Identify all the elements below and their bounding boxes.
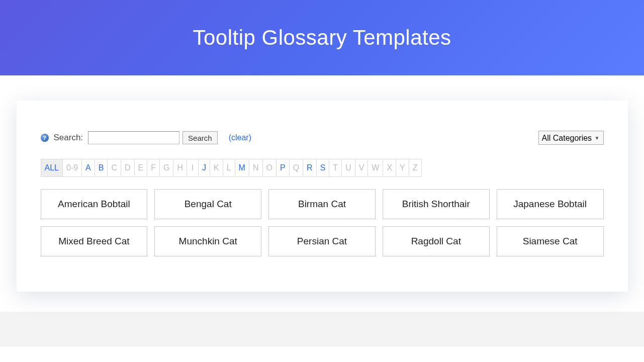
term-tile[interactable]: American Bobtail xyxy=(41,189,148,219)
term-tile[interactable]: Siamese Cat xyxy=(497,226,604,256)
term-tile[interactable]: Bengal Cat xyxy=(154,189,261,219)
alpha-filter-b[interactable]: B xyxy=(95,159,108,177)
alpha-filter-n: N xyxy=(249,159,263,177)
term-tile[interactable]: Ragdoll Cat xyxy=(383,226,490,256)
alpha-filter-r[interactable]: R xyxy=(303,159,317,177)
alpha-filter-0-9: 0-9 xyxy=(62,159,82,177)
alpha-filter-c: C xyxy=(107,159,121,177)
category-select[interactable]: All Categories xyxy=(538,131,604,145)
alpha-filter-f: F xyxy=(147,159,160,177)
alpha-filter-p[interactable]: P xyxy=(276,159,290,177)
alpha-filter-i: I xyxy=(187,159,199,177)
hero-banner: Tooltip Glossary Templates xyxy=(0,0,644,75)
clear-link[interactable]: (clear) xyxy=(229,133,251,142)
alpha-filter-q: Q xyxy=(289,159,303,177)
search-input[interactable] xyxy=(88,131,179,144)
alpha-filter-y: Y xyxy=(396,159,409,177)
term-tile[interactable]: British Shorthair xyxy=(383,189,490,219)
alpha-filter-g: G xyxy=(159,159,173,177)
alpha-filter-e: E xyxy=(134,159,148,177)
alpha-filter-o: O xyxy=(262,159,277,177)
alpha-filter-v: V xyxy=(355,159,369,177)
alpha-filter-l: L xyxy=(223,159,235,177)
alpha-filter-all[interactable]: ALL xyxy=(41,159,63,177)
alpha-filter-j[interactable]: J xyxy=(198,159,210,177)
glossary-card: ? Search: Search (clear) All Categories … xyxy=(17,101,628,292)
term-tile[interactable]: Mixed Breed Cat xyxy=(41,226,148,256)
term-grid: American BobtailBengal CatBirman CatBrit… xyxy=(41,189,604,256)
search-label: Search: xyxy=(54,133,83,143)
footer-band xyxy=(0,312,644,347)
alpha-filter-w: W xyxy=(367,159,383,177)
alpha-filter-h: H xyxy=(173,159,187,177)
alpha-filter-k: K xyxy=(210,159,223,177)
help-icon[interactable]: ? xyxy=(41,134,49,142)
term-tile[interactable]: Persian Cat xyxy=(268,226,376,256)
alpha-filter-s[interactable]: S xyxy=(316,159,330,177)
alpha-filter-d: D xyxy=(121,159,135,177)
alpha-filter-z: Z xyxy=(409,159,422,177)
toolbar: ? Search: Search (clear) All Categories xyxy=(41,131,604,145)
category-select-wrap: All Categories xyxy=(538,131,604,145)
search-group: ? Search: Search (clear) xyxy=(41,131,251,144)
alphabet-filter: ALL0-9ABCDEFGHIJKLMNOPQRSTUVWXYZ xyxy=(41,159,604,177)
alpha-filter-x: X xyxy=(383,159,396,177)
alpha-filter-m[interactable]: M xyxy=(235,159,249,177)
term-tile[interactable]: Munchkin Cat xyxy=(154,226,261,256)
term-tile[interactable]: Japanese Bobtail xyxy=(497,189,604,219)
term-tile[interactable]: Birman Cat xyxy=(268,189,376,219)
page-title: Tooltip Glossary Templates xyxy=(193,26,451,50)
search-button[interactable]: Search xyxy=(182,131,218,144)
alpha-filter-a[interactable]: A xyxy=(81,159,95,177)
alpha-filter-t: T xyxy=(329,159,342,177)
alpha-filter-u: U xyxy=(341,159,355,177)
